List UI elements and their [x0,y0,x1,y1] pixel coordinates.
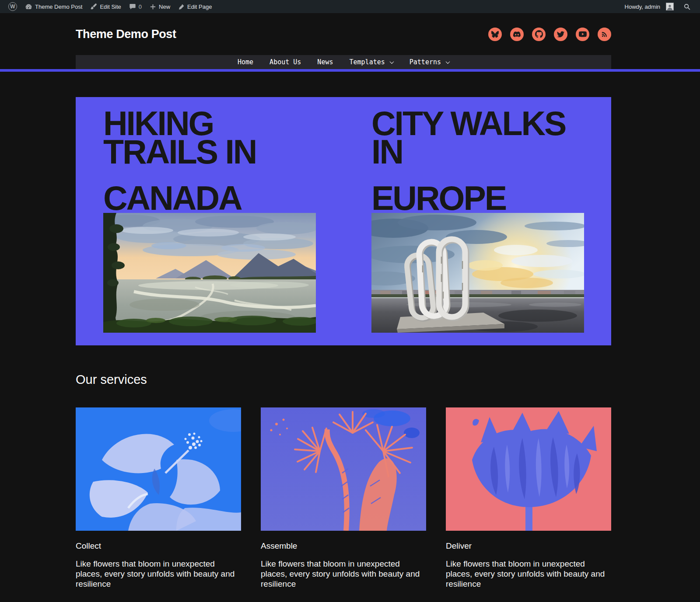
service-card-deliver: Deliver Like flowers that bloom in unexp… [446,407,611,589]
nav-label: Templates [349,58,385,66]
hero-column-europe: CITY WALKS IN EUROPE [371,97,584,212]
admin-bar-site-name-label: Theme Demo Post [35,3,82,10]
admin-bar-comments[interactable]: 0 [125,0,146,13]
search-icon [683,3,691,10]
plus-icon [150,3,156,10]
nav-item-templates[interactable]: Templates [349,58,393,66]
admin-bar-edit-page[interactable]: Edit Page [174,0,216,13]
rss-icon[interactable] [598,28,611,41]
github-icon[interactable] [532,28,546,41]
avatar [666,3,674,10]
chevron-down-icon [446,59,450,64]
card-body: Like flowers that bloom in unexpected pl… [446,559,608,589]
comment-bubble-icon [129,3,136,10]
canada-photo [103,213,316,333]
nav-label: Home [238,58,253,66]
europe-photo [371,213,584,333]
chevron-down-icon [389,59,394,64]
wordpress-logo-icon[interactable]: W [4,0,21,13]
twitter-icon[interactable] [554,28,567,41]
discord-icon[interactable] [510,28,524,41]
card-title: Collect [76,541,241,551]
admin-bar-my-account[interactable]: Howdy, admin [621,0,678,13]
admin-bar-new[interactable]: New [146,0,174,13]
hero-column-canada: HIKING TRAILS IN CANADA [103,97,316,212]
youtube-icon[interactable] [576,28,589,41]
admin-bar-edit-site[interactable]: Edit Site [86,0,125,13]
nav-label: About Us [270,58,301,66]
hero-title-hiking: HIKING TRAILS IN [103,109,316,166]
social-links [488,28,611,41]
nav-item-about-us[interactable]: About Us [270,58,301,66]
pencil-icon [178,3,185,10]
admin-bar-edit-page-label: Edit Page [187,3,212,10]
card-title: Deliver [446,541,611,551]
hero-link-europe[interactable]: EUROPE [371,184,506,212]
assemble-flower-image [261,407,426,531]
bluesky-icon[interactable] [488,28,502,41]
admin-bar-new-label: New [159,3,170,10]
hero-link-canada[interactable]: CANADA [103,184,242,212]
deliver-flower-image [446,407,611,531]
collect-flower-image [76,407,241,531]
services-cards: Collect Like flowers that bloom in unexp… [76,407,611,589]
comments-count: 0 [139,3,142,10]
accent-divider-line [0,69,700,72]
admin-bar-site-name[interactable]: Theme Demo Post [21,0,86,13]
dashboard-gauge-icon [25,3,32,10]
wordpress-logo: W [8,2,17,11]
card-body: Like flowers that bloom in unexpected pl… [261,559,423,589]
hero-banner: HIKING TRAILS IN CANADA [76,97,611,345]
admin-bar-edit-site-label: Edit Site [100,3,121,10]
brush-icon [90,3,97,10]
wp-admin-bar: W Theme Demo Post Edit Site 0 New Edit P… [0,0,700,13]
card-title: Assemble [261,541,426,551]
service-card-assemble: Assemble Like flowers that bloom in unex… [261,407,426,589]
site-header: Theme Demo Post [76,13,611,55]
site-title-link[interactable]: Theme Demo Post [76,28,176,41]
main-navigation: Home About Us News Templates Patterns [76,55,611,69]
hero-title-citywalks: CITY WALKS IN [371,109,584,166]
card-body: Like flowers that bloom in unexpected pl… [76,559,238,589]
services-heading: Our services [76,372,147,387]
admin-bar-search[interactable] [679,0,695,13]
nav-item-home[interactable]: Home [238,58,253,66]
service-card-collect: Collect Like flowers that bloom in unexp… [76,407,241,589]
howdy-label: Howdy, admin [625,3,660,10]
nav-item-news[interactable]: News [317,58,333,66]
nav-item-patterns[interactable]: Patterns [410,58,449,66]
nav-label: News [317,58,333,66]
nav-label: Patterns [410,58,441,66]
